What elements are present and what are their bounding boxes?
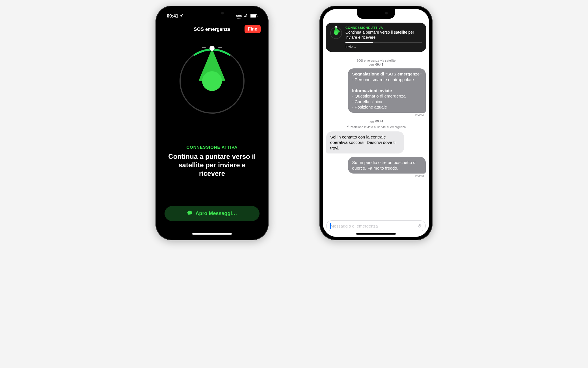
satellite-banner[interactable]: CONNESSIONE ATTIVA Continua a puntare ve… — [326, 23, 426, 52]
text-cursor — [330, 223, 331, 229]
battery-icon — [414, 14, 421, 18]
thread-timestamp: oggi 09:41 — [326, 63, 426, 66]
message-outgoing-reply[interactable]: Su un pendio oltre un boschetto di querc… — [348, 157, 426, 174]
thread-header: SOS emergenze via satellite — [326, 59, 426, 62]
done-button[interactable]: Fine — [245, 25, 261, 33]
satellite-icon — [244, 14, 248, 18]
banner-text: Continua a puntare verso il satellite pe… — [345, 30, 422, 40]
sent-status: Inviato — [326, 174, 424, 177]
screen-sos-finder: 09:41 SOS •••• SOS emergenze Fine — [159, 9, 265, 237]
speech-bubble-icon — [187, 210, 193, 217]
status-time: 09:41 — [167, 14, 178, 19]
connection-active-label: CONNESSIONE ATTIVA — [165, 145, 260, 150]
satellite-icon — [408, 14, 412, 18]
location-arrow-icon — [343, 14, 347, 19]
phone-right: 09:41 SOS •••• — [319, 6, 433, 240]
phone-left: 09:41 SOS •••• SOS emergenze Fine — [155, 6, 269, 240]
sent-status: Inviato — [326, 113, 424, 117]
banner-title: CONNESSIONE ATTIVA — [345, 26, 422, 29]
chat-thread[interactable]: SOS emergenze via satellite oggi 09:41 S… — [323, 57, 429, 217]
message-input[interactable] — [330, 224, 417, 228]
sos-indicator: SOS •••• — [236, 13, 242, 20]
open-messages-button[interactable]: Apro Messaggi… — [165, 206, 260, 221]
sending-label: Invio… — [345, 45, 422, 49]
location-arrow-icon — [180, 14, 183, 19]
status-bar: 09:41 SOS •••• — [323, 9, 429, 23]
location-timestamp: oggi 09:41 — [326, 120, 426, 123]
location-arrow-icon — [346, 125, 350, 129]
satellite-dot-icon — [209, 46, 215, 51]
battery-icon — [250, 14, 257, 18]
message-outgoing-report[interactable]: Segnalazione di "SOS emergenze" - Person… — [348, 68, 426, 113]
nav-title: SOS emergenze — [194, 27, 230, 32]
satellite-finder — [159, 49, 265, 114]
screen-messages: 09:41 SOS •••• — [323, 9, 429, 237]
message-incoming[interactable]: Sei in contatto con la centrale operativ… — [326, 131, 404, 154]
home-indicator[interactable] — [192, 233, 232, 235]
status-time: 09:41 — [331, 14, 342, 19]
location-sent-label: Posizione inviata ai servizi di emergenz… — [326, 125, 426, 129]
message-input-bar[interactable] — [326, 220, 426, 231]
notch — [193, 9, 231, 19]
send-progress — [345, 42, 422, 43]
open-messages-label: Apro Messaggi… — [195, 211, 237, 217]
nav-bar: SOS emergenze Fine — [159, 23, 265, 36]
sos-indicator: SOS •••• — [400, 13, 406, 20]
home-indicator[interactable] — [356, 233, 396, 235]
instruction-text: Continua a puntare verso il satellite pe… — [165, 152, 260, 178]
microphone-icon[interactable] — [417, 223, 423, 229]
mini-compass-icon — [330, 27, 342, 39]
